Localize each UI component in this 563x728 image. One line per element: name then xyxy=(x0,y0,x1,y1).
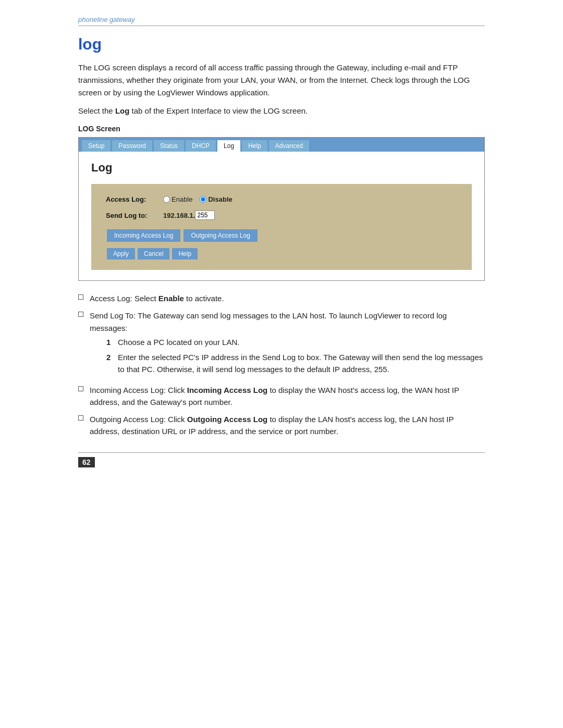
bullet-item-outgoing: Outgoing Access Log: Click Outgoing Acce… xyxy=(78,413,485,438)
disable-radio[interactable] xyxy=(200,196,206,203)
incoming-access-log-button[interactable]: Incoming Access Log xyxy=(107,229,180,242)
bullet-3-text: Incoming Access Log: Click Incoming Acce… xyxy=(90,384,485,409)
disable-option[interactable]: Disable xyxy=(200,195,232,203)
enable-option[interactable]: Enable xyxy=(163,195,192,203)
step-1-num: 1 xyxy=(106,336,118,348)
tab-log[interactable]: Log xyxy=(217,140,240,152)
bullet-2-pre: Send Log To: The Gateway can send log me… xyxy=(90,311,447,332)
bullet-sq-4 xyxy=(78,415,83,421)
ip-last-octet-input[interactable]: 255 xyxy=(195,211,215,220)
step-1-text: Choose a PC located on your LAN. xyxy=(118,336,239,348)
tab-setup[interactable]: Setup xyxy=(82,140,111,152)
bullet-list: Access Log: Select Enable to activate. S… xyxy=(78,292,485,438)
log-buttons-row: Incoming Access Log Outgoing Access Log xyxy=(107,229,457,242)
tab-password[interactable]: Password xyxy=(112,140,152,152)
access-log-label: Access Log: xyxy=(106,195,163,203)
bullet-item-send-log: Send Log To: The Gateway can send log me… xyxy=(78,310,485,378)
bullet-item-access-log: Access Log: Select Enable to activate. xyxy=(78,292,485,304)
enable-radio[interactable] xyxy=(163,196,170,203)
cancel-button[interactable]: Cancel xyxy=(138,248,169,260)
ip-static-label: 192.168.1. xyxy=(163,212,195,219)
bullet-item-incoming: Incoming Access Log: Click Incoming Acce… xyxy=(78,384,485,409)
tabs-bar: Setup Password Status DHCP Log Help Adva… xyxy=(79,138,484,152)
numbered-list: 1 Choose a PC located on your LAN. 2 Ent… xyxy=(106,336,485,376)
intro-paragraph: The LOG screen displays a record of all … xyxy=(78,61,485,99)
enable-label: Enable xyxy=(172,195,192,203)
beige-panel: Access Log: Enable Disable Sen xyxy=(91,184,472,270)
radio-group: Enable Disable xyxy=(163,195,232,203)
help-button[interactable]: Help xyxy=(172,248,198,260)
access-log-row: Access Log: Enable Disable xyxy=(106,195,457,203)
select-suffix: tab of the Expert Interface to view the … xyxy=(129,106,308,115)
header-line: phoneline gateway xyxy=(78,15,485,26)
screenshot-box: Setup Password Status DHCP Log Help Adva… xyxy=(78,137,485,281)
bullet-1-text: Access Log: Select Enable to activate. xyxy=(90,292,224,304)
step-1: 1 Choose a PC located on your LAN. xyxy=(106,336,485,348)
step-2: 2 Enter the selected PC's IP address in … xyxy=(106,351,485,376)
log-tab-name: Log xyxy=(115,106,130,115)
page-title: log xyxy=(78,35,485,53)
disable-label: Disable xyxy=(208,195,232,203)
bullet-4-bold: Outgoing Access Log xyxy=(187,415,267,424)
action-buttons-row: Apply Cancel Help xyxy=(107,248,457,260)
select-tab-text: Select the Log tab of the Expert Interfa… xyxy=(78,106,485,115)
tab-status[interactable]: Status xyxy=(154,140,184,152)
bullet-3-pre: Incoming Access Log: Click xyxy=(90,386,187,394)
bullet-sq-1 xyxy=(78,294,83,300)
apply-button[interactable]: Apply xyxy=(107,248,135,260)
bullet-sq-3 xyxy=(78,386,83,391)
log-screen-label: LOG Screen xyxy=(78,125,485,133)
footer-bar: 62 xyxy=(78,452,485,467)
bullet-1-post: to activate. xyxy=(184,294,224,303)
bullet-4-pre: Outgoing Access Log: Click xyxy=(90,415,187,424)
bullet-3-bold: Incoming Access Log xyxy=(187,386,267,394)
bullet-4-text: Outgoing Access Log: Click Outgoing Acce… xyxy=(90,413,485,438)
bullet-sq-2 xyxy=(78,312,83,317)
tab-advanced[interactable]: Advanced xyxy=(269,140,309,152)
send-log-label: Send Log to: xyxy=(106,212,163,219)
tab-help[interactable]: Help xyxy=(242,140,267,152)
page-number: 62 xyxy=(78,457,95,467)
bullet-1-bold: Enable xyxy=(158,294,184,303)
step-2-num: 2 xyxy=(106,351,118,363)
bullet-2-content: Send Log To: The Gateway can send log me… xyxy=(90,310,485,378)
screen-title: Log xyxy=(91,161,472,175)
select-prefix: Select the xyxy=(78,106,115,115)
bullet-1-pre: Access Log: Select xyxy=(90,294,158,303)
outgoing-access-log-button[interactable]: Outgoing Access Log xyxy=(183,229,257,242)
breadcrumb: phoneline gateway xyxy=(78,16,134,23)
screen-content: Log Access Log: Enable Disable xyxy=(79,152,484,280)
tab-dhcp[interactable]: DHCP xyxy=(186,140,216,152)
step-2-text: Enter the selected PC's IP address in th… xyxy=(118,351,485,376)
send-log-row: Send Log to: 192.168.1. 255 xyxy=(106,211,457,220)
